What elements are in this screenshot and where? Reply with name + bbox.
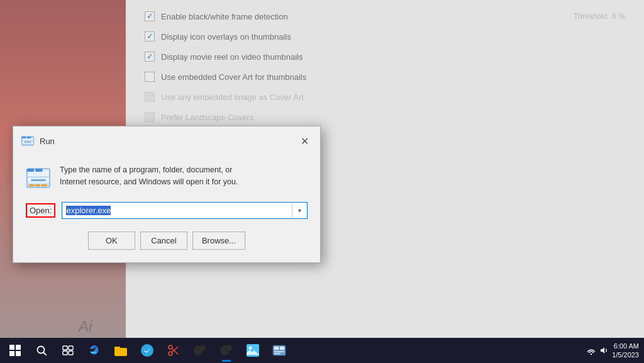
task-view-button[interactable]	[55, 338, 80, 363]
blob-app-icon	[192, 343, 208, 357]
browse-button[interactable]: Browse...	[192, 232, 245, 250]
photos-taskbar-item[interactable]	[240, 338, 265, 363]
windows-logo-icon	[9, 345, 21, 356]
svg-rect-22	[114, 347, 120, 349]
clock-date: 1/5/2023	[612, 350, 639, 359]
ai-watermark-text: Ai	[79, 318, 92, 335]
search-icon	[36, 345, 47, 356]
ssuite-icon	[272, 343, 286, 357]
svg-line-16	[44, 353, 47, 355]
taskbar: 6:00 AM 1/5/2023	[0, 338, 644, 363]
svg-rect-37	[274, 351, 284, 352]
dialog-close-button[interactable]: ✕	[296, 133, 313, 149]
cancel-button[interactable]: Cancel	[140, 232, 187, 250]
scissors-icon	[167, 343, 180, 357]
svg-rect-13	[35, 184, 40, 186]
svg-point-31	[226, 345, 232, 351]
ok-button[interactable]: OK	[88, 232, 135, 250]
svg-rect-2	[21, 137, 26, 138]
dialog-info: Type the name of a program, folder, docu…	[26, 164, 308, 191]
svg-rect-14	[42, 184, 47, 186]
svg-point-25	[169, 345, 172, 349]
svg-rect-17	[63, 346, 67, 350]
dialog-titlebar: Run ✕	[13, 126, 320, 154]
svg-point-33	[249, 347, 252, 350]
svg-point-29	[199, 345, 206, 351]
open-input-wrapper: ▾	[62, 202, 308, 219]
telegram-taskbar-item[interactable]	[135, 338, 160, 363]
dropdown-arrow-icon[interactable]: ▾	[292, 203, 307, 218]
system-tray: 6:00 AM 1/5/2023	[587, 342, 641, 360]
svg-rect-36	[280, 347, 284, 350]
start-button[interactable]	[3, 338, 28, 363]
system-clock[interactable]: 6:00 AM 1/5/2023	[612, 342, 639, 360]
svg-rect-35	[274, 347, 279, 350]
telegram-icon	[140, 343, 154, 357]
svg-marker-40	[601, 347, 604, 354]
run-dialog-icon	[21, 135, 35, 147]
dialog-title-left: Run	[21, 135, 55, 147]
open-label: Open:	[26, 203, 55, 218]
dialog-buttons: OK Cancel Browse...	[26, 232, 308, 250]
svg-rect-3	[27, 137, 31, 138]
svg-rect-9	[35, 169, 43, 172]
svg-rect-5	[25, 142, 31, 143]
system-tray-content: 6:00 AM 1/5/2023	[587, 342, 639, 360]
svg-point-23	[141, 344, 153, 357]
svg-rect-38	[274, 353, 280, 354]
run-dialog: Run ✕ Type the name of a program, folder…	[13, 126, 321, 263]
snipping-tool-taskbar-item[interactable]	[161, 338, 186, 363]
edge-icon	[87, 343, 101, 357]
svg-point-39	[591, 354, 592, 355]
clock-time: 6:00 AM	[612, 342, 639, 350]
app2-taskbar-item[interactable]	[214, 338, 239, 363]
svg-rect-8	[27, 169, 35, 172]
task-view-icon	[62, 345, 74, 355]
blob-app2-icon	[219, 343, 234, 357]
file-explorer-icon	[114, 344, 128, 357]
dialog-info-icon	[26, 165, 51, 191]
edge-taskbar-item[interactable]	[82, 338, 107, 363]
open-input[interactable]	[62, 203, 292, 218]
network-icon	[587, 346, 596, 355]
svg-rect-12	[29, 184, 34, 186]
dialog-body: Type the name of a program, folder, docu…	[13, 154, 320, 262]
ssuite-taskbar-item[interactable]	[267, 338, 292, 363]
dialog-description: Type the name of a program, folder, docu…	[60, 164, 238, 188]
search-button[interactable]	[29, 338, 54, 363]
volume-icon	[599, 346, 608, 355]
app1-taskbar-item[interactable]	[187, 338, 213, 363]
photos-icon	[246, 343, 260, 357]
svg-point-15	[38, 347, 45, 354]
dialog-title-text: Run	[40, 137, 55, 146]
svg-point-24	[169, 352, 172, 355]
svg-rect-20	[69, 351, 73, 355]
svg-rect-19	[63, 351, 67, 355]
open-row: Open: ▾	[26, 202, 308, 219]
svg-rect-18	[69, 346, 73, 350]
file-explorer-taskbar-item[interactable]	[108, 338, 133, 363]
svg-rect-11	[31, 179, 45, 181]
